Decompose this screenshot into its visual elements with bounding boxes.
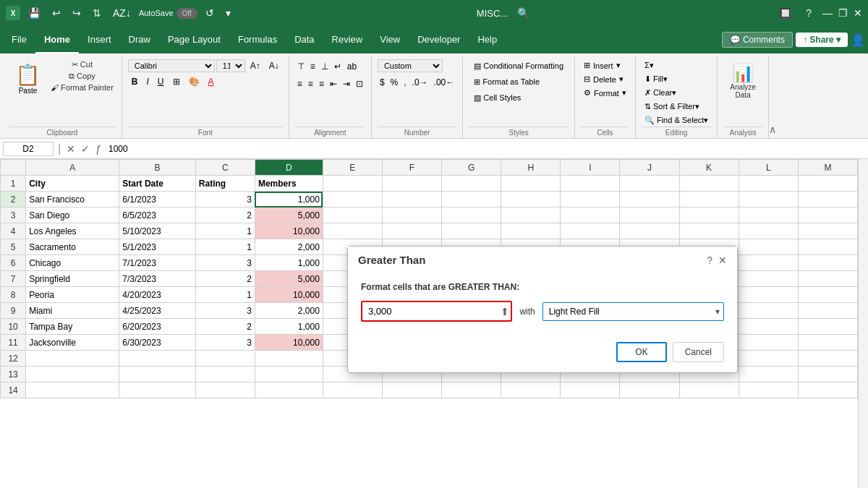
percent-button[interactable]: % (388, 75, 401, 90)
cell-b3[interactable]: 6/5/2023 (119, 207, 196, 223)
cell-d2[interactable]: 1,000 (255, 192, 323, 207)
fill-color-button[interactable]: 🎨 (185, 75, 203, 88)
cell-i1[interactable] (561, 176, 620, 192)
save-button[interactable]: 💾 (25, 6, 44, 20)
cell-l14[interactable] (739, 382, 798, 398)
cell-m12[interactable] (798, 351, 857, 367)
accounting-format-button[interactable]: $ (378, 75, 387, 90)
cell-b4[interactable]: 5/10/2023 (119, 223, 196, 239)
cell-e3[interactable] (323, 207, 382, 223)
cell-g2[interactable] (442, 192, 501, 207)
font-size-select[interactable]: 11 (216, 59, 245, 72)
dialog-ok-button[interactable]: OK (616, 342, 666, 362)
cell-d10[interactable]: 1,000 (255, 319, 323, 335)
cell-l12[interactable] (739, 351, 798, 367)
cell-m2[interactable] (798, 192, 857, 207)
cell-d8[interactable]: 10,000 (255, 287, 323, 303)
cut-button[interactable]: ✂ Cut (48, 59, 116, 70)
decrease-font-button[interactable]: A↓ (265, 59, 283, 72)
cell-b13[interactable] (119, 367, 196, 382)
cell-b11[interactable]: 6/30/2023 (119, 335, 196, 351)
row-number-9[interactable]: 9 (1, 303, 26, 319)
sort-az-button[interactable]: AZ↓ (109, 6, 135, 20)
cell-k2[interactable] (679, 192, 739, 207)
cell-a8[interactable]: Peoria (26, 287, 119, 303)
cell-f2[interactable] (382, 192, 441, 207)
cell-d12[interactable] (255, 351, 323, 367)
cell-d4[interactable]: 10,000 (255, 223, 323, 239)
cell-a12[interactable] (26, 351, 119, 367)
dialog-format-select[interactable]: Light Red Fill Yellow Fill Green Fill Li… (542, 302, 724, 321)
col-header-a[interactable]: A (26, 160, 119, 176)
cell-d5[interactable]: 2,000 (255, 239, 323, 255)
cell-c8[interactable]: 1 (195, 287, 255, 303)
cell-l13[interactable] (739, 367, 798, 382)
cell-a7[interactable]: Springfield (26, 271, 119, 287)
maximize-button[interactable]: ❐ (838, 7, 848, 19)
dialog-input-picker-icon[interactable]: ⬆ (501, 306, 509, 317)
analyze-data-button[interactable]: 📊 AnalyzeData (723, 59, 762, 103)
find-select-button[interactable]: 🔍 Find & Select▾ (642, 114, 711, 127)
cell-j4[interactable] (620, 223, 679, 239)
close-button[interactable]: ✕ (854, 7, 862, 19)
row-number-11[interactable]: 11 (1, 335, 26, 351)
cell-f4[interactable] (382, 223, 441, 239)
cell-g1[interactable] (442, 176, 501, 192)
cell-i2[interactable] (561, 192, 620, 207)
greater-than-value-input[interactable] (361, 301, 512, 322)
cell-h14[interactable] (501, 382, 561, 398)
confirm-formula-button[interactable]: ✓ (80, 143, 91, 155)
user-profile-button[interactable]: 👤 (851, 33, 865, 47)
formula-input[interactable] (106, 144, 865, 154)
clear-button[interactable]: ✗ Clear▾ (642, 87, 679, 99)
format-button[interactable]: ⚙ Format▾ (581, 87, 629, 99)
copy-button[interactable]: ⧉ Copy (48, 71, 116, 82)
row-number-3[interactable]: 3 (1, 207, 26, 223)
cell-i14[interactable] (561, 382, 620, 398)
col-header-l[interactable]: L (739, 160, 798, 176)
cell-l6[interactable] (739, 255, 798, 271)
cell-k4[interactable] (679, 223, 739, 239)
share-button[interactable]: ↑ Share ▾ (796, 33, 848, 47)
cell-l10[interactable] (739, 319, 798, 335)
cell-h3[interactable] (501, 207, 561, 223)
cell-a11[interactable]: Jacksonville (26, 335, 119, 351)
redo-button[interactable]: ↪ (69, 6, 85, 20)
sort-button[interactable]: ⇅ (89, 6, 105, 20)
row-number-5[interactable]: 5 (1, 239, 26, 255)
align-bottom-button[interactable]: ⊥ (319, 59, 331, 74)
orientation-button[interactable]: ab (345, 59, 359, 74)
search-button[interactable]: 🔍 (514, 6, 533, 20)
cell-a14[interactable] (26, 382, 119, 398)
col-header-i[interactable]: I (561, 160, 620, 176)
refresh-button[interactable]: ↺ (202, 6, 218, 20)
menu-page-layout[interactable]: Page Layout (159, 26, 229, 53)
col-header-k[interactable]: K (679, 160, 739, 176)
align-middle-button[interactable]: ≡ (308, 59, 318, 74)
border-button[interactable]: ⊞ (169, 75, 184, 88)
cell-styles-button[interactable]: ▧ Cell Styles (469, 91, 526, 105)
cell-d11[interactable]: 10,000 (255, 335, 323, 351)
cell-e14[interactable] (323, 382, 382, 398)
cell-j3[interactable] (620, 207, 679, 223)
cell-c3[interactable]: 2 (195, 207, 255, 223)
cell-l5[interactable] (739, 239, 798, 255)
cell-a4[interactable]: Los Angeles (26, 223, 119, 239)
cell-c11[interactable]: 3 (195, 335, 255, 351)
cell-c7[interactable]: 2 (195, 271, 255, 287)
cell-d3[interactable]: 5,000 (255, 207, 323, 223)
cell-l2[interactable] (739, 192, 798, 207)
menu-formulas[interactable]: Formulas (229, 26, 286, 53)
paste-button[interactable]: 📋 Paste (9, 59, 47, 98)
wrap-text-button[interactable]: ↵ (332, 59, 344, 74)
cell-c12[interactable] (195, 351, 255, 367)
more-commands-button[interactable]: ▾ (222, 6, 234, 20)
cell-l8[interactable] (739, 287, 798, 303)
cancel-formula-button[interactable]: ✕ (65, 143, 77, 155)
help-button[interactable]: ? (802, 6, 815, 20)
menu-review[interactable]: Review (323, 26, 372, 53)
cell-c13[interactable] (195, 367, 255, 382)
cell-m5[interactable] (798, 239, 857, 255)
cell-l11[interactable] (739, 335, 798, 351)
dialog-close-button[interactable]: ✕ (718, 254, 727, 266)
